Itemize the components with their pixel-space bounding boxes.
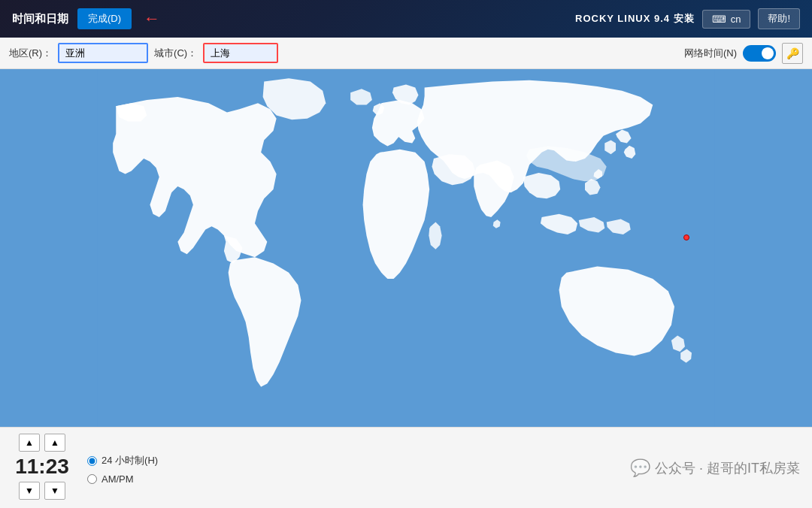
time-arrows-bottom: ▼ ▼	[19, 482, 65, 500]
watermark: 💬 公众号 · 超哥的IT私房菜	[630, 434, 800, 502]
format-ampm-label: AM/PM	[102, 473, 134, 485]
wechat-icon: 💬	[630, 458, 650, 478]
format-24h-radio[interactable]	[87, 456, 97, 466]
region-label: 地区(R)：	[9, 47, 52, 60]
time-arrows-top: ▲ ▲	[19, 434, 65, 452]
header-left: 时间和日期 完成(D) ←	[12, 8, 160, 29]
help-button[interactable]: 帮助!	[758, 8, 800, 29]
network-time-label: 网络时间(N)	[684, 47, 737, 60]
city-label: 城市(C)：	[154, 47, 197, 60]
toggle-track	[743, 45, 776, 62]
done-button[interactable]: 完成(D)	[77, 8, 132, 29]
format-ampm-radio[interactable]	[87, 474, 97, 484]
top-header: 时间和日期 完成(D) ← ROCKY LINUX 9.4 安装 ⌨ cn 帮助…	[0, 0, 812, 38]
city-select[interactable]: 上海	[203, 43, 278, 63]
hour-down-button[interactable]: ▼	[19, 482, 40, 500]
network-time-toggle[interactable]	[743, 45, 776, 62]
lock-button[interactable]: 🔑	[782, 43, 803, 64]
map-container[interactable]	[0, 69, 812, 427]
keyboard-label: cn	[731, 14, 741, 25]
lock-icon: 🔑	[786, 47, 799, 59]
format-section: 24 小时制(H) AM/PM	[87, 434, 158, 502]
bottom-bar: ▲ ▲ 11:23 ▼ ▼ 24 小时制(H) AM/PM 💬 公众号 · 超哥…	[0, 427, 812, 508]
network-time-section: 网络时间(N) 🔑	[684, 43, 803, 64]
location-dot	[683, 234, 689, 240]
region-select[interactable]: 亚洲	[58, 43, 148, 63]
toggle-thumb	[762, 47, 774, 59]
page-title: 时间和日期	[12, 12, 68, 26]
arrow-icon: ←	[144, 9, 160, 29]
toolbar: 地区(R)： 亚洲 城市(C)： 上海 网络时间(N) 🔑	[0, 38, 812, 69]
keyboard-button[interactable]: ⌨ cn	[702, 10, 751, 29]
world-map	[0, 69, 812, 427]
format-24h-option[interactable]: 24 小时制(H)	[87, 454, 158, 467]
format-ampm-option[interactable]: AM/PM	[87, 473, 158, 485]
minute-up-button[interactable]: ▲	[44, 434, 65, 452]
installer-title: ROCKY LINUX 9.4 安装	[575, 12, 695, 26]
minute-down-button[interactable]: ▼	[44, 482, 65, 500]
time-display: 11:23	[12, 455, 72, 479]
format-24h-label: 24 小时制(H)	[102, 454, 158, 467]
watermark-text: 公众号 · 超哥的IT私房菜	[655, 459, 800, 477]
header-right: ROCKY LINUX 9.4 安装 ⌨ cn 帮助!	[575, 8, 800, 29]
time-section: ▲ ▲ 11:23 ▼ ▼	[12, 434, 72, 502]
hour-up-button[interactable]: ▲	[19, 434, 40, 452]
keyboard-icon: ⌨	[712, 14, 726, 25]
